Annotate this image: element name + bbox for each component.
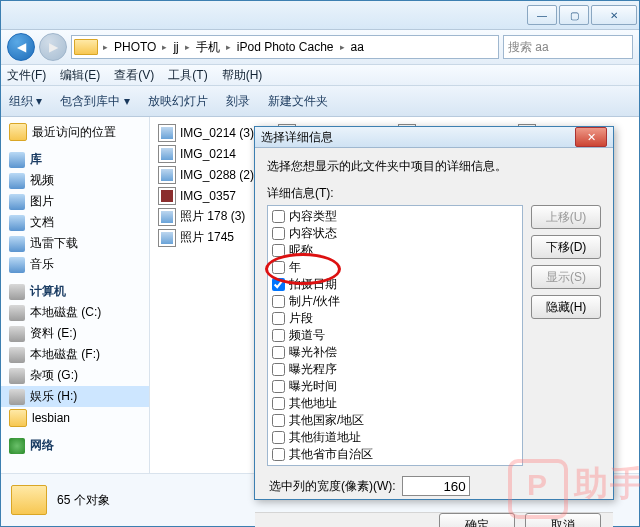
detail-checkbox[interactable] xyxy=(272,329,285,342)
burn-button[interactable]: 刻录 xyxy=(226,93,250,110)
detail-option[interactable]: 其他国家/地区 xyxy=(272,412,518,429)
detail-checkbox[interactable] xyxy=(272,431,285,444)
detail-option[interactable]: 片段 xyxy=(272,310,518,327)
ok-button[interactable]: 确定 xyxy=(439,513,515,527)
minimize-button[interactable]: — xyxy=(527,5,557,25)
organize-button[interactable]: 组织 ▾ xyxy=(9,93,42,110)
width-label: 选中列的宽度(像素)(W): xyxy=(269,478,396,495)
library-icon xyxy=(9,152,25,168)
maximize-button[interactable]: ▢ xyxy=(559,5,589,25)
crumb-item[interactable]: iPod Photo Cache xyxy=(234,40,337,54)
menu-tools[interactable]: 工具(T) xyxy=(168,67,207,84)
detail-option[interactable]: 频道号 xyxy=(272,327,518,344)
nav-recent[interactable]: 最近访问的位置 xyxy=(1,121,149,143)
video-icon xyxy=(9,173,25,189)
menu-help[interactable]: 帮助(H) xyxy=(222,67,263,84)
file-item[interactable]: IMG_0357 xyxy=(158,186,268,205)
menu-bar: 文件(F) 编辑(E) 查看(V) 工具(T) 帮助(H) xyxy=(1,65,639,86)
nav-libraries[interactable]: 库 xyxy=(1,149,149,170)
nav-drive[interactable]: 杂项 (G:) xyxy=(1,365,149,386)
nav-drive[interactable]: 资料 (E:) xyxy=(1,323,149,344)
dialog-title: 选择详细信息 xyxy=(261,129,333,146)
slideshow-button[interactable]: 放映幻灯片 xyxy=(148,93,208,110)
crumb-item[interactable]: 手机 xyxy=(193,39,223,56)
nav-videos[interactable]: 视频 xyxy=(1,170,149,191)
image-icon xyxy=(158,229,176,247)
width-input[interactable] xyxy=(402,476,470,496)
search-placeholder: 搜索 aa xyxy=(508,39,549,56)
detail-checkbox[interactable] xyxy=(272,278,285,291)
detail-checkbox[interactable] xyxy=(272,312,285,325)
nav-drive[interactable]: 娱乐 (H:) xyxy=(1,386,149,407)
folder-icon xyxy=(9,123,27,141)
nav-network[interactable]: 网络 xyxy=(1,435,149,456)
file-item[interactable]: IMG_0214 xyxy=(158,144,268,163)
detail-checkbox[interactable] xyxy=(272,380,285,393)
cancel-button[interactable]: 取消 xyxy=(525,513,601,527)
details-listbox[interactable]: 内容类型内容状态昵称年拍摄日期制片/伙伴片段频道号曝光补偿曝光程序曝光时间其他地… xyxy=(267,205,523,466)
menu-edit[interactable]: 编辑(E) xyxy=(60,67,100,84)
details-label: 详细信息(T): xyxy=(267,185,601,202)
new-folder-button[interactable]: 新建文件夹 xyxy=(268,93,328,110)
detail-option[interactable]: 其他省市自治区 xyxy=(272,446,518,463)
detail-option[interactable]: 内容类型 xyxy=(272,208,518,225)
dialog-instruction: 选择您想显示的此文件夹中项目的详细信息。 xyxy=(267,158,601,175)
folder-icon xyxy=(74,39,98,55)
detail-option[interactable]: 其他地址 xyxy=(272,395,518,412)
detail-checkbox[interactable] xyxy=(272,346,285,359)
file-name: IMG_0288 (2) xyxy=(180,168,254,182)
detail-checkbox[interactable] xyxy=(272,227,285,240)
detail-option-label: 其他地址 xyxy=(289,395,337,412)
document-icon xyxy=(9,215,25,231)
detail-checkbox[interactable] xyxy=(272,244,285,257)
menu-file[interactable]: 文件(F) xyxy=(7,67,46,84)
detail-option[interactable]: 昵称 xyxy=(272,242,518,259)
detail-checkbox[interactable] xyxy=(272,295,285,308)
detail-option[interactable]: 年 xyxy=(272,259,518,276)
nav-folder[interactable]: lesbian xyxy=(1,407,149,429)
dialog-title-bar: 选择详细信息 ✕ xyxy=(255,127,613,148)
move-down-button[interactable]: 下移(D) xyxy=(531,235,601,259)
forward-button[interactable]: ▶ xyxy=(39,33,67,61)
nav-drive[interactable]: 本地磁盘 (C:) xyxy=(1,302,149,323)
detail-option[interactable]: 内容状态 xyxy=(272,225,518,242)
back-button[interactable]: ◀ xyxy=(7,33,35,61)
detail-option[interactable]: 曝光时间 xyxy=(272,378,518,395)
detail-checkbox[interactable] xyxy=(272,210,285,223)
nav-computer[interactable]: 计算机 xyxy=(1,281,149,302)
nav-drive[interactable]: 本地磁盘 (F:) xyxy=(1,344,149,365)
file-item[interactable]: IMG_0214 (3) xyxy=(158,123,268,142)
nav-thunder[interactable]: 迅雷下载 xyxy=(1,233,149,254)
detail-option[interactable]: 曝光补偿 xyxy=(272,344,518,361)
detail-checkbox[interactable] xyxy=(272,448,285,461)
detail-option[interactable]: 曝光程序 xyxy=(272,361,518,378)
move-up-button[interactable]: 上移(U) xyxy=(531,205,601,229)
detail-checkbox[interactable] xyxy=(272,397,285,410)
detail-option[interactable]: 拍摄日期 xyxy=(272,276,518,293)
include-library-button[interactable]: 包含到库中 ▾ xyxy=(60,93,129,110)
detail-checkbox[interactable] xyxy=(272,414,285,427)
crumb-item[interactable]: aa xyxy=(348,40,367,54)
file-item[interactable]: 照片 1745 xyxy=(158,228,268,247)
menu-view[interactable]: 查看(V) xyxy=(114,67,154,84)
show-button[interactable]: 显示(S) xyxy=(531,265,601,289)
detail-checkbox[interactable] xyxy=(272,363,285,376)
file-item[interactable]: IMG_0288 (2) xyxy=(158,165,268,184)
breadcrumb[interactable]: ▸ PHOTO▸ jj▸ 手机▸ iPod Photo Cache▸ aa xyxy=(71,35,499,59)
close-button[interactable]: ✕ xyxy=(591,5,637,25)
detail-checkbox[interactable] xyxy=(272,261,285,274)
image-icon xyxy=(158,145,176,163)
crumb-item[interactable]: jj xyxy=(170,40,181,54)
detail-option[interactable]: 制片/伙伴 xyxy=(272,293,518,310)
file-name: IMG_0357 xyxy=(180,189,236,203)
search-input[interactable]: 搜索 aa xyxy=(503,35,633,59)
hide-button[interactable]: 隐藏(H) xyxy=(531,295,601,319)
drive-icon xyxy=(9,368,25,384)
nav-documents[interactable]: 文档 xyxy=(1,212,149,233)
crumb-item[interactable]: PHOTO xyxy=(111,40,159,54)
detail-option[interactable]: 其他街道地址 xyxy=(272,429,518,446)
file-item[interactable]: 照片 178 (3) xyxy=(158,207,268,226)
nav-pictures[interactable]: 图片 xyxy=(1,191,149,212)
nav-music[interactable]: 音乐 xyxy=(1,254,149,275)
dialog-close-button[interactable]: ✕ xyxy=(575,127,607,147)
